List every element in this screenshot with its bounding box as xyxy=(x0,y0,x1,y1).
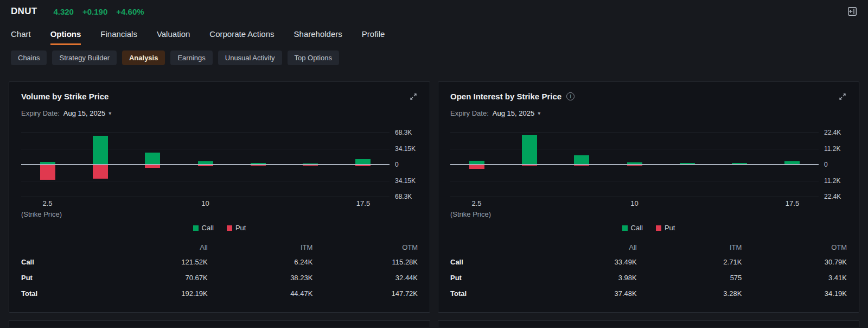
gridline xyxy=(450,181,819,181)
volume-chart: 2.51017.5 (Strike Price) 68.3K34.15K034.… xyxy=(21,133,418,218)
panel-title: Volume by Strike Price xyxy=(21,92,108,101)
volume-summary-table: All ITM OTM Call 121.52K 6.24K 115.28K P… xyxy=(21,241,418,301)
cell-itm: 575 xyxy=(637,274,742,282)
y-axis-tick: 0 xyxy=(824,161,828,168)
cell-all: 37.48K xyxy=(532,289,637,298)
chevron-down-icon: ▾ xyxy=(538,110,540,116)
bar-plot xyxy=(450,133,819,197)
gridline xyxy=(21,149,390,149)
x-axis-tick: 10 xyxy=(630,199,638,207)
info-icon[interactable]: i xyxy=(566,92,575,100)
col-header-otm: OTM xyxy=(742,243,847,251)
cell-all: 121.52K xyxy=(103,258,208,266)
put-bar xyxy=(469,165,484,169)
expand-icon[interactable] xyxy=(838,92,847,101)
panel-title: Open Interest by Strike Price xyxy=(450,92,561,101)
call-bar xyxy=(145,153,160,165)
volume-by-strike-panel: Volume by Strike Price Expiry Date: Aug … xyxy=(9,81,430,313)
next-panel-preview xyxy=(438,320,859,327)
open-interest-chart: 2.51017.5 (Strike Price) 22.4K11.2K011.2… xyxy=(450,133,847,218)
collapse-panel-icon[interactable] xyxy=(847,7,857,16)
x-axis: 2.51017.5 xyxy=(21,199,390,209)
options-subtabs: Chains Strategy Builder Analysis Earning… xyxy=(0,51,868,65)
analysis-content: Volume by Strike Price Expiry Date: Aug … xyxy=(0,81,868,313)
legend-label: Call xyxy=(202,224,214,232)
legend-swatch xyxy=(227,225,232,231)
legend-item-call[interactable]: Call xyxy=(622,224,643,232)
legend-label: Put xyxy=(235,224,246,232)
x-axis-caption: (Strike Price) xyxy=(21,210,390,218)
cell-itm: 2.71K xyxy=(637,258,742,266)
col-header-all: All xyxy=(103,243,208,251)
legend-label: Call xyxy=(631,224,643,232)
chart-legend: CallPut xyxy=(450,224,847,232)
open-interest-summary-table: All ITM OTM Call 33.49K 2.71K 30.79K Put… xyxy=(450,241,847,301)
cell-otm: 30.79K xyxy=(742,258,847,266)
legend-item-put[interactable]: Put xyxy=(227,224,246,232)
cell-itm: 44.47K xyxy=(208,289,313,298)
expiry-date-label: Expiry Date: xyxy=(21,109,60,117)
tab-chart[interactable]: Chart xyxy=(11,29,31,45)
last-price: 4.320 xyxy=(53,7,74,16)
row-label: Call xyxy=(450,258,532,266)
tab-corporate-actions[interactable]: Corporate Actions xyxy=(209,29,274,45)
gridline xyxy=(21,197,390,197)
y-axis-tick: 34.15K xyxy=(395,145,416,153)
legend-label: Put xyxy=(665,224,675,232)
call-bar xyxy=(93,136,108,165)
table-row: Put 70.67K 38.23K 32.44K xyxy=(21,270,418,286)
y-axis-tick: 11.2K xyxy=(824,177,840,185)
subtab-top-options[interactable]: Top Options xyxy=(288,51,339,65)
cell-otm: 147.72K xyxy=(312,289,418,298)
zero-axis-line xyxy=(21,164,390,165)
cell-all: 70.67K xyxy=(103,274,208,282)
gridline xyxy=(21,133,390,133)
subtab-analysis[interactable]: Analysis xyxy=(122,51,165,65)
legend-swatch xyxy=(656,225,661,231)
x-axis-tick: 10 xyxy=(201,199,209,207)
subtab-unusual-activity[interactable]: Unusual Activity xyxy=(218,51,282,65)
cell-itm: 3.28K xyxy=(637,289,742,298)
cell-all: 192.19K xyxy=(103,289,208,298)
expiry-date-select[interactable]: Aug 15, 2025 xyxy=(63,109,105,117)
put-bar xyxy=(40,165,55,180)
call-bar xyxy=(574,155,589,165)
x-axis-tick: 2.5 xyxy=(471,199,481,207)
y-axis: 22.4K11.2K011.2K22.4K xyxy=(819,133,847,197)
row-label: Put xyxy=(21,274,103,282)
cell-otm: 3.41K xyxy=(742,274,847,282)
bar-plot xyxy=(21,133,390,197)
subtab-chains[interactable]: Chains xyxy=(11,51,47,65)
row-label: Call xyxy=(21,258,103,266)
cell-otm: 115.28K xyxy=(312,258,418,266)
tab-valuation[interactable]: Valuation xyxy=(157,29,190,45)
next-panels-preview xyxy=(0,320,868,327)
price-change-percent: +4.60% xyxy=(116,7,144,16)
legend-swatch xyxy=(193,225,199,231)
legend-item-call[interactable]: Call xyxy=(193,224,214,232)
open-interest-by-strike-panel: Open Interest by Strike Price i Expiry D… xyxy=(438,81,859,313)
tab-options[interactable]: Options xyxy=(50,29,81,45)
gridline xyxy=(450,149,819,149)
y-axis-tick: 22.4K xyxy=(824,193,841,200)
subtab-earnings[interactable]: Earnings xyxy=(170,51,212,65)
quote-group: 4.320 +0.190 +4.60% xyxy=(53,7,144,16)
y-axis-tick: 34.15K xyxy=(395,177,416,185)
tab-financials[interactable]: Financials xyxy=(100,29,137,45)
y-axis: 68.3K34.15K034.15K68.3K xyxy=(390,133,418,197)
expiry-date-select[interactable]: Aug 15, 2025 xyxy=(493,109,534,117)
gridline xyxy=(450,133,819,133)
cell-otm: 34.19K xyxy=(742,289,847,298)
tab-profile[interactable]: Profile xyxy=(362,29,385,45)
cell-otm: 32.44K xyxy=(312,274,418,282)
legend-item-put[interactable]: Put xyxy=(656,224,675,232)
expiry-date-label: Expiry Date: xyxy=(450,109,489,117)
expand-icon[interactable] xyxy=(409,92,418,101)
y-axis-tick: 22.4K xyxy=(824,129,841,136)
col-header-all: All xyxy=(532,243,637,251)
x-axis: 2.51017.5 xyxy=(450,199,819,209)
table-row: Call 33.49K 2.71K 30.79K xyxy=(450,254,847,270)
col-header-otm: OTM xyxy=(312,243,418,251)
subtab-strategy-builder[interactable]: Strategy Builder xyxy=(52,51,117,65)
tab-shareholders[interactable]: Shareholders xyxy=(294,29,342,45)
